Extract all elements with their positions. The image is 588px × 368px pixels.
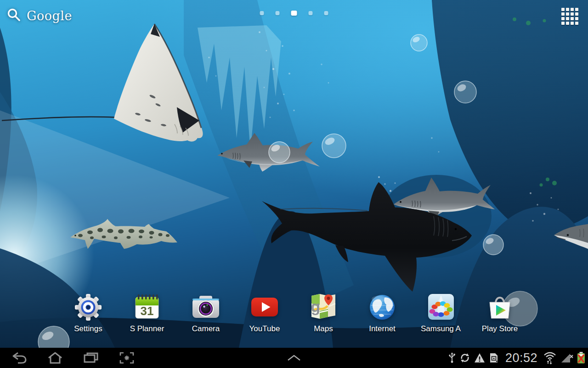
app-dock: Settings 31 [59,292,529,334]
page-dot-active[interactable] [291,11,297,16]
bubble [454,81,476,103]
app-settings[interactable]: Settings [59,292,118,334]
youtube-play-icon [249,292,280,322]
recents-icon[interactable] [82,351,100,365]
google-maps-icon: g [308,292,339,322]
app-label: Maps [314,324,333,334]
usb-icon [448,352,456,363]
status-bar[interactable]: 20:52 [448,348,585,368]
battery-error-icon [577,352,585,364]
svg-text:31: 31 [141,304,154,318]
page-dot[interactable] [276,11,280,15]
bubble [269,142,290,163]
google-search-widget[interactable]: Google [6,6,72,25]
warning-icon [474,352,485,363]
system-navigation-bar: 20:52 [0,348,588,368]
app-internet[interactable]: Internet [353,292,412,334]
svg-text:g: g [311,298,321,315]
app-maps[interactable]: g Maps [294,292,353,334]
app-play-store[interactable]: Play Store [470,292,529,334]
no-signal-icon [560,352,573,363]
app-label: Play Store [482,324,518,334]
app-label: Settings [74,324,102,334]
search-icon [6,7,21,24]
expand-chevron-icon[interactable] [285,351,303,365]
status-clock: 20:52 [505,351,537,365]
media-sync-icon [459,352,470,363]
camera-icon [191,292,221,322]
wifi-icon [543,351,557,364]
bubble [322,134,346,158]
globe-icon [367,292,397,322]
settings-gear-icon [73,292,103,322]
android-home-screen: Google [0,0,588,368]
app-label: Samsung Apps [421,324,461,334]
app-samsung-apps[interactable]: Samsung Apps [412,292,470,334]
page-dot[interactable] [324,11,328,15]
page-dot[interactable] [309,11,313,15]
bubble [483,235,503,255]
app-camera[interactable]: Camera [176,292,235,334]
apps-grid-icon[interactable] [561,8,579,24]
samsung-apps-icon [426,292,456,322]
home-icon[interactable] [46,351,64,365]
google-wordmark: Google [27,9,72,23]
app-label: S Planner [130,324,164,334]
homescreen-page-indicator [260,11,328,16]
sim-card-icon [489,352,499,363]
screen-capture-icon[interactable] [118,351,136,365]
app-label: Internet [369,324,396,334]
app-youtube[interactable]: YouTube [235,292,294,334]
calendar-icon: 31 [132,292,162,322]
page-dot[interactable] [260,11,264,15]
app-label: YouTube [249,324,280,334]
play-store-bag-icon [485,292,515,322]
back-icon[interactable] [10,351,28,365]
bubble [411,34,427,51]
app-s-planner[interactable]: 31 S Planner [118,292,176,334]
app-label: Camera [192,324,220,334]
